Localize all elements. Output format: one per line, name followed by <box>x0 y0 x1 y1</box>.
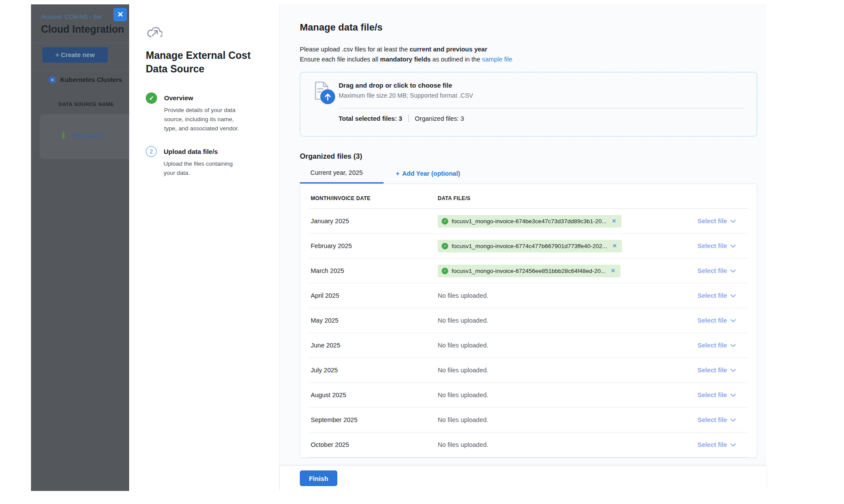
finish-button[interactable]: Finish <box>300 470 337 486</box>
upload-panel: Manage data file/s Please upload .csv fi… <box>279 4 766 491</box>
step-complete-check-icon: ✓ <box>146 92 157 104</box>
table-body: January 2025 ✓ focusv1_mongo-invoice-674… <box>309 209 748 457</box>
empty-text: No files uploaded. <box>438 292 488 299</box>
page-title: Cloud Integration <box>41 24 124 35</box>
table-row[interactable]: test-jbisht <box>61 130 103 141</box>
add-year-label: Add Year (optional) <box>402 170 460 177</box>
select-file-dropdown[interactable]: Select file <box>697 367 736 374</box>
file-cell: No files uploaded. <box>438 416 697 423</box>
column-header-month: MONTH/INVOICE DATE <box>311 195 438 201</box>
month-label: May 2025 <box>311 317 438 324</box>
step-label: Upload data file/s <box>164 146 240 155</box>
wizard-step-upload[interactable]: 2 Upload data file/s Upload the files co… <box>146 146 266 177</box>
file-name: focusv1_mongo-invoice-674be3ce47c73d37dd… <box>452 218 607 225</box>
table-row: January 2025 ✓ focusv1_mongo-invoice-674… <box>309 209 748 234</box>
table-row: August 2025 No files uploaded. Select fi… <box>309 383 748 408</box>
step-description: Provide details of your data source, inc… <box>164 106 241 133</box>
select-file-label: Select file <box>697 242 727 249</box>
file-cell: No files uploaded. <box>438 441 697 448</box>
select-file-label: Select file <box>697 392 727 398</box>
month-label: September 2025 <box>311 416 438 423</box>
empty-text: No files uploaded. <box>438 342 488 349</box>
instruction-text: Please upload .csv files for at least th… <box>300 46 409 53</box>
select-file-dropdown[interactable]: Select file <box>697 416 736 423</box>
empty-text: No files uploaded. <box>438 367 488 374</box>
wizard-step-overview[interactable]: ✓ Overview Provide details of your data … <box>146 92 266 133</box>
sample-file-link[interactable]: sample file <box>482 56 512 63</box>
tab-current-year[interactable]: Current year, 2025 <box>300 169 384 184</box>
file-cell: No files uploaded. <box>438 367 697 374</box>
file-cell: ✓ focusv1_mongo-invoice-674be3ce47c73d37… <box>438 215 697 228</box>
table-row: June 2025 No files uploaded. Select file <box>309 333 748 358</box>
table-row: July 2025 No files uploaded. Select file <box>309 358 748 383</box>
step-label: Overview <box>164 92 241 102</box>
table-row: September 2025 No files uploaded. Select… <box>309 408 748 432</box>
select-file-dropdown[interactable]: Select file <box>697 342 736 349</box>
chevron-down-icon <box>731 443 736 446</box>
file-chip: ✓ focusv1_mongo-invoice-674be3ce47c73d37… <box>438 215 621 228</box>
select-file-label: Select file <box>697 416 727 423</box>
drawer-footer: Finish <box>280 466 766 491</box>
select-file-label: Select file <box>697 218 727 225</box>
month-label: October 2025 <box>311 441 438 448</box>
column-header-data-file: DATA FILE/S <box>438 195 470 201</box>
empty-text: No files uploaded. <box>438 392 488 398</box>
month-label: July 2025 <box>311 367 438 374</box>
month-label: March 2025 <box>311 267 438 274</box>
select-file-dropdown[interactable]: Select file <box>697 242 736 249</box>
check-icon: ✓ <box>442 243 448 249</box>
select-file-label: Select file <box>697 342 727 349</box>
select-file-label: Select file <box>697 317 727 324</box>
data-source-card: test-jbisht <box>40 114 129 159</box>
select-file-dropdown[interactable]: Select file <box>697 267 736 274</box>
mongodb-leaf-icon <box>61 130 66 141</box>
upload-panel-body: Manage data file/s Please upload .csv fi… <box>280 4 766 466</box>
file-chip: ✓ focusv1_mongo-invoice-672456ee851bbb28… <box>438 265 621 277</box>
file-dropzone[interactable]: Drag and drop or click to choose file Ma… <box>300 72 757 136</box>
select-file-dropdown[interactable]: Select file <box>697 441 736 448</box>
chevron-down-icon <box>731 294 736 297</box>
select-file-dropdown[interactable]: Select file <box>697 317 736 324</box>
select-file-dropdown[interactable]: Select file <box>697 218 736 225</box>
remove-file-icon[interactable]: ✕ <box>612 243 617 249</box>
file-upload-icon <box>314 82 339 136</box>
wizard-title: Manage External Cost Data Source <box>146 49 255 76</box>
close-drawer-button[interactable]: ✕ <box>113 8 127 21</box>
plus-icon: + <box>396 170 399 177</box>
chevron-down-icon <box>731 319 736 322</box>
file-cell: No files uploaded. <box>438 392 697 398</box>
select-file-label: Select file <box>697 441 727 448</box>
table-row: October 2025 No files uploaded. Select f… <box>309 432 748 457</box>
dropzone-subtitle: Maximum file size 20 MB; Supported forma… <box>339 92 745 99</box>
data-source-link[interactable]: test-jbisht <box>72 132 103 139</box>
add-year-button[interactable]: + Add Year (optional) <box>396 170 460 183</box>
step-description: Upload the files containing your data. <box>164 159 240 177</box>
divider <box>31 71 129 71</box>
chevron-down-icon <box>731 269 736 272</box>
remove-file-icon[interactable]: ✕ <box>612 218 616 224</box>
month-label: February 2025 <box>311 242 438 249</box>
divider <box>31 43 129 43</box>
instruction-bold: mandatory fields <box>380 56 431 63</box>
select-file-label: Select file <box>697 292 727 299</box>
empty-text: No files uploaded. <box>438 317 488 324</box>
chevron-down-icon <box>731 344 736 347</box>
breadcrumb[interactable]: Account: CCM-NG › Set <box>41 14 102 20</box>
wizard-panel: Manage External Cost Data Source ✓ Overv… <box>129 4 279 491</box>
organized-files-heading: Organized files (3) <box>300 152 757 160</box>
external-cloud-icon <box>146 25 162 39</box>
create-new-button[interactable]: + Create new <box>42 47 108 63</box>
tab-kubernetes-clusters[interactable]: ✳ Kubernetes Clusters <box>48 76 122 84</box>
table-row: May 2025 No files uploaded. Select file <box>309 308 748 333</box>
file-cell: No files uploaded. <box>438 342 697 349</box>
select-file-dropdown[interactable]: Select file <box>697 392 736 398</box>
chevron-down-icon <box>731 394 736 397</box>
select-file-dropdown[interactable]: Select file <box>697 292 736 299</box>
file-totals: Total selected files: 3 Organized files:… <box>339 115 745 123</box>
remove-file-icon[interactable]: ✕ <box>611 268 615 274</box>
instructions: Please upload .csv files for at least th… <box>300 44 757 65</box>
file-chip: ✓ focusv1_mongo-invoice-6774c477b667901d… <box>438 240 622 252</box>
select-file-label: Select file <box>697 367 727 374</box>
file-cell: ✓ focusv1_mongo-invoice-6774c477b667901d… <box>438 240 697 252</box>
chevron-down-icon <box>731 419 736 422</box>
